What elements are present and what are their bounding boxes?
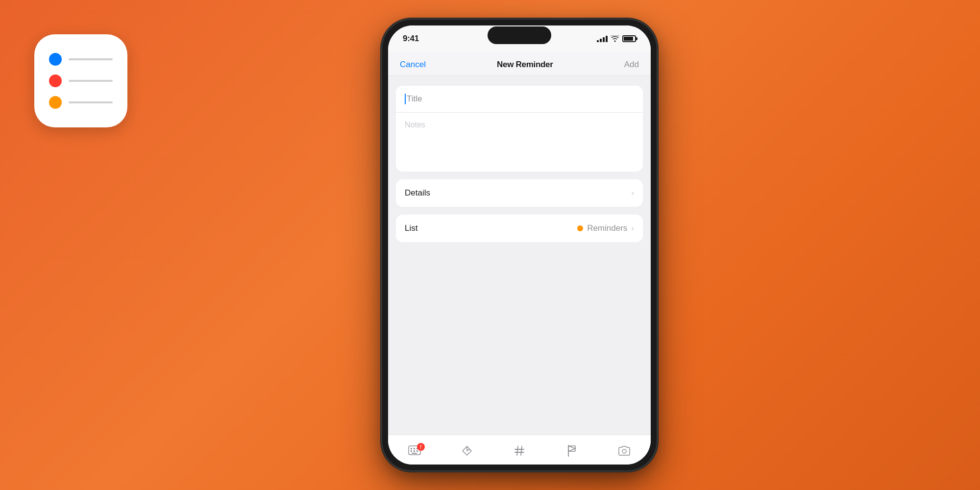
app-icon [34,34,127,127]
icon-line-2 [69,80,113,82]
svg-rect-7 [412,453,417,454]
list-label: List [405,223,417,233]
add-button[interactable]: Add [624,60,639,70]
svg-line-8 [517,446,518,455]
input-card: Title Notes [396,86,643,172]
svg-rect-2 [414,448,415,449]
details-card[interactable]: Details › [396,179,643,207]
battery-icon [622,35,636,42]
location-toolbar-button[interactable] [455,441,479,461]
icon-line-1 [69,58,113,60]
hashtag-toolbar-button[interactable] [507,441,532,461]
svg-rect-1 [411,448,412,449]
icon-row-orange [49,96,113,109]
svg-rect-4 [411,450,412,452]
nav-title: New Reminder [497,60,553,70]
details-chevron-icon: › [631,188,634,198]
list-value: Reminders [587,223,627,233]
text-cursor [405,94,406,104]
svg-point-13 [622,449,626,453]
red-circle-icon [49,74,62,87]
notes-placeholder: Notes [405,121,425,129]
content-area: Title Notes Details › List Reminders › [388,76,651,435]
wifi-icon [611,35,619,42]
flag-toolbar-button[interactable] [560,441,584,461]
phone-frame: 9:41 [382,20,657,470]
list-card[interactable]: List Reminders › [396,215,643,242]
blue-circle-icon [49,53,62,66]
title-placeholder: Title [407,94,422,104]
notes-area[interactable]: Notes [396,113,643,172]
toolbar: ! [388,435,651,465]
svg-line-9 [521,446,522,455]
list-chevron-icon: › [631,223,634,233]
reminders-dot-icon [577,225,583,231]
status-time: 9:41 [403,34,419,44]
icon-line-3 [69,101,113,103]
camera-toolbar-button[interactable] [612,441,637,461]
svg-rect-5 [414,450,415,452]
icon-row-red [49,74,113,87]
icon-row-blue [49,53,113,66]
phone-screen: 9:41 [388,25,651,465]
signal-bars-icon [597,35,608,42]
cancel-button[interactable]: Cancel [400,60,426,70]
svg-rect-6 [416,450,418,452]
dynamic-island [488,26,551,44]
title-input-area[interactable]: Title [396,86,643,113]
nav-bar: Cancel New Reminder Add [388,52,651,76]
list-right: Reminders › [577,223,634,233]
keyboard-badge: ! [417,443,425,451]
keyboard-toolbar-button[interactable]: ! [402,441,427,461]
status-icons [597,35,636,42]
details-label: Details [405,188,430,198]
orange-circle-icon [49,96,62,109]
